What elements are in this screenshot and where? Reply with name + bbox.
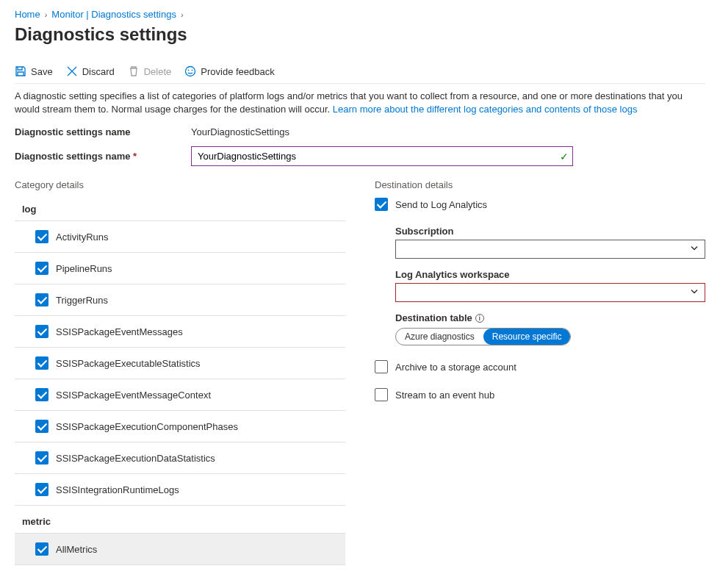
checkbox-ssisruntimelogs[interactable] bbox=[35, 483, 48, 496]
checkbox-ssisexecstats[interactable] bbox=[35, 356, 48, 370]
category-details-column: Category details log ActivityRuns Pipeli… bbox=[15, 179, 345, 565]
destination-details-title: Destination details bbox=[375, 179, 705, 190]
svg-point-2 bbox=[192, 70, 192, 71]
chevron-right-icon: › bbox=[45, 10, 48, 19]
checkbox-send-log-analytics[interactable] bbox=[375, 198, 388, 211]
checkbox-stream-eventhub[interactable] bbox=[375, 388, 388, 401]
chevron-down-icon bbox=[690, 287, 699, 298]
delete-button: Delete bbox=[128, 65, 172, 77]
checkbox-ssiscomponentphases[interactable] bbox=[35, 420, 48, 433]
svg-point-1 bbox=[188, 70, 189, 71]
feedback-button[interactable]: Provide feedback bbox=[184, 65, 274, 77]
name-input[interactable] bbox=[191, 146, 573, 166]
delete-label: Delete bbox=[144, 66, 172, 77]
chevron-down-icon bbox=[690, 244, 699, 255]
breadcrumb-home[interactable]: Home bbox=[15, 9, 40, 20]
stream-eventhub-label: Stream to an event hub bbox=[395, 390, 494, 401]
save-button[interactable]: Save bbox=[15, 65, 53, 77]
required-mark: * bbox=[133, 151, 137, 162]
subscription-select[interactable] bbox=[395, 240, 705, 259]
checkmark-icon: ✓ bbox=[560, 151, 569, 162]
log-label: SSISPackageEventMessages bbox=[56, 326, 183, 337]
svg-point-0 bbox=[186, 67, 195, 76]
log-label: PipelineRuns bbox=[56, 263, 112, 274]
destination-details-column: Destination details Send to Log Analytic… bbox=[375, 179, 705, 565]
checkbox-allmetrics[interactable] bbox=[35, 542, 48, 556]
name-label-static: Diagnostic settings name bbox=[15, 126, 191, 137]
page-title: Diagnostics settings bbox=[15, 24, 705, 45]
breadcrumb: Home › Monitor | Diagnostics settings › bbox=[15, 9, 705, 20]
checkbox-triggerruns[interactable] bbox=[35, 293, 48, 306]
name-label-input: Diagnostic settings name * bbox=[15, 151, 191, 162]
log-label: ActivityRuns bbox=[56, 232, 109, 243]
description-text: A diagnostic setting specifies a list of… bbox=[15, 90, 705, 116]
checkbox-archive-storage[interactable] bbox=[375, 360, 388, 373]
subscription-label: Subscription bbox=[395, 226, 705, 237]
log-label: SSISPackageExecutionComponentPhases bbox=[56, 421, 238, 432]
log-label: SSISPackageExecutionDataStatistics bbox=[56, 453, 215, 464]
toolbar: Save Discard Delete Provide feedback bbox=[15, 60, 705, 84]
smiley-icon bbox=[184, 65, 196, 77]
breadcrumb-monitor[interactable]: Monitor | Diagnostics settings bbox=[51, 9, 176, 20]
close-icon bbox=[66, 65, 78, 77]
name-value-static: YourDiagnosticSettings bbox=[191, 126, 289, 137]
checkbox-activityruns[interactable] bbox=[35, 230, 48, 243]
chevron-right-icon: › bbox=[181, 10, 184, 19]
checkbox-ssiseventcontext[interactable] bbox=[35, 388, 48, 401]
metric-header: metric bbox=[15, 510, 345, 534]
metric-label: AllMetrics bbox=[56, 544, 97, 555]
log-label: SSISPackageExecutableStatistics bbox=[56, 358, 201, 369]
destination-table-label: Destination table bbox=[395, 312, 472, 323]
checkbox-ssisdatastats[interactable] bbox=[35, 451, 48, 465]
toggle-resource-specific[interactable]: Resource specific bbox=[483, 329, 571, 345]
save-icon bbox=[15, 65, 26, 77]
learn-more-link[interactable]: Learn more about the different log categ… bbox=[333, 104, 638, 115]
save-label: Save bbox=[31, 66, 53, 77]
discard-label: Discard bbox=[82, 66, 115, 77]
checkbox-ssiseventmessages[interactable] bbox=[35, 325, 48, 338]
feedback-label: Provide feedback bbox=[201, 66, 274, 77]
send-log-analytics-label: Send to Log Analytics bbox=[395, 199, 487, 210]
workspace-label: Log Analytics workspace bbox=[395, 269, 705, 280]
archive-storage-label: Archive to a storage account bbox=[395, 362, 516, 373]
trash-icon bbox=[128, 65, 140, 77]
toggle-azure-diagnostics[interactable]: Azure diagnostics bbox=[396, 329, 483, 345]
destination-table-toggle[interactable]: Azure diagnostics Resource specific bbox=[395, 328, 571, 345]
log-label: SSISPackageEventMessageContext bbox=[56, 390, 211, 401]
log-label: SSISIntegrationRuntimeLogs bbox=[56, 484, 179, 495]
info-icon[interactable]: i bbox=[475, 314, 484, 323]
log-label: TriggerRuns bbox=[56, 295, 108, 306]
log-header: log bbox=[15, 198, 345, 221]
category-details-title: Category details bbox=[15, 179, 345, 190]
workspace-select[interactable] bbox=[395, 283, 705, 302]
checkbox-pipelineruns[interactable] bbox=[35, 262, 48, 275]
discard-button[interactable]: Discard bbox=[66, 65, 115, 77]
